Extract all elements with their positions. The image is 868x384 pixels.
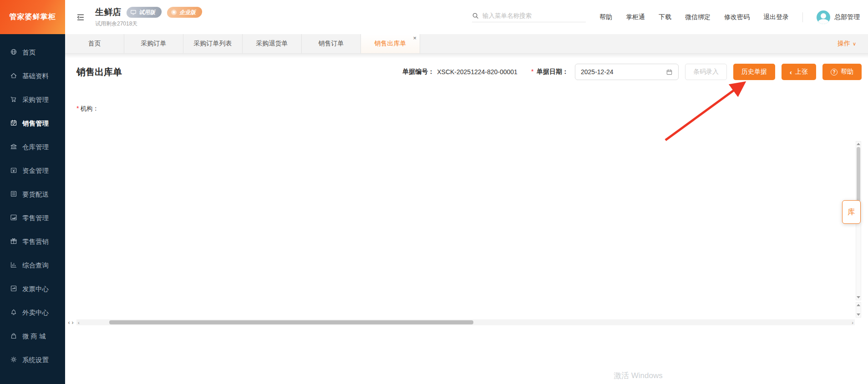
sidebar-item-funds[interactable]: 资金管理 (0, 159, 65, 182)
collapse-menu-icon[interactable] (76, 13, 85, 22)
field-label: *机构： (76, 105, 99, 113)
os-activation-watermark: 激活 Windows (614, 370, 663, 381)
sidebar-item-label: 要货配送 (22, 190, 49, 199)
bank-icon (10, 143, 17, 152)
scrollbar-track[interactable]: ‹ › (76, 319, 855, 325)
search-input[interactable] (482, 12, 574, 19)
sidebar-item-label: 基础资料 (22, 72, 49, 81)
divider (802, 12, 803, 22)
barcode-entry-button[interactable]: 条码录入 (685, 64, 727, 80)
tab-label: 销售出库单 (375, 40, 406, 48)
tab-label: 采购订单列表 (194, 40, 232, 48)
sidebar-item-takeout[interactable]: 外卖中心 (0, 301, 65, 324)
scroll-left-icon[interactable]: ‹ (68, 320, 70, 325)
tab-home[interactable]: 首页 (65, 34, 124, 53)
question-circle-icon: ? (831, 69, 838, 76)
sidebar-item-label: 零售营销 (22, 237, 49, 246)
invoice-icon (10, 285, 17, 293)
monitor-icon (130, 9, 137, 15)
user-avatar[interactable] (817, 10, 830, 24)
calendar-icon[interactable] (666, 69, 673, 76)
sidebar-item-label: 首页 (22, 48, 36, 57)
scroll-down-icon[interactable] (857, 296, 860, 298)
chevron-down-icon: ∨ (853, 41, 856, 47)
tab-purchase-order-list[interactable]: 采购订单列表 (183, 34, 243, 53)
scroll-up-icon[interactable] (857, 304, 860, 306)
zhanggui-tong-link[interactable]: 掌柜通 (626, 13, 645, 21)
total-row-scrollbar[interactable] (856, 302, 861, 318)
sidebar-item-retail-mgmt[interactable]: 零售管理 (0, 206, 65, 230)
gift-icon (10, 237, 17, 246)
home-icon (10, 72, 17, 81)
sidebar-item-label: 微 商 城 (22, 332, 46, 341)
badges: 试用版企业版 (127, 7, 202, 18)
operations-dropdown[interactable]: 操作 ∨ (838, 34, 868, 53)
help-link[interactable]: 帮助 (599, 13, 612, 21)
scrollbar-thumb[interactable] (857, 147, 860, 202)
tab-label: 采购退货单 (256, 40, 288, 48)
sidebar-item-basic-data[interactable]: 基础资料 (0, 64, 65, 88)
badge-label: 企业版 (179, 9, 196, 16)
store-block: 生鲜店 试用版企业版 试用剩余27018天 (95, 6, 202, 28)
sidebar-item-label: 资金管理 (22, 167, 49, 175)
doc-no-label: 单据编号： (402, 68, 434, 76)
scroll-right-icon[interactable]: › (72, 320, 74, 325)
inventory-side-tab-label: 库 (848, 207, 855, 217)
tab-sales-order[interactable]: 销售订单 (302, 34, 361, 53)
sidebar-item-query[interactable]: 综合查询 (0, 253, 65, 277)
sidebar-item-invoice[interactable]: 发票中心 (0, 277, 65, 301)
logout-link[interactable]: 退出登录 (763, 13, 789, 21)
scroll-left-icon[interactable]: ‹ (78, 320, 80, 325)
topbar: 生鲜店 试用版企业版 试用剩余27018天 帮助掌柜通下载微信绑定修改密码退出登… (65, 0, 868, 34)
close-tab-icon[interactable]: × (413, 35, 416, 41)
sidebar-item-label: 系统设置 (22, 356, 49, 364)
scrollbar-thumb[interactable] (109, 320, 473, 324)
sidebar-item-sales[interactable]: 销售管理 (0, 111, 65, 135)
sidebar-item-home[interactable]: 首页 (0, 40, 65, 64)
gear-icon (10, 356, 17, 364)
grid-horizontal-scrollbar[interactable]: ‹ › ‹ › (65, 319, 855, 325)
doc-date-input[interactable]: 2025-12-24 (575, 64, 679, 80)
user-menu[interactable]: 总部管理 (817, 10, 860, 24)
inventory-side-tab[interactable]: 库 (842, 200, 861, 224)
tabbar: 首页采购订单采购订单列表采购退货单销售订单销售出库单× 操作 ∨ (65, 34, 868, 54)
sidebar-item-purchase[interactable]: 采购管理 (0, 88, 65, 111)
list-icon (10, 190, 17, 199)
change-password-link[interactable]: 修改密码 (724, 13, 750, 21)
sidebar-item-label: 外卖中心 (22, 308, 49, 317)
org-field: *机构： (76, 105, 99, 113)
scroll-right-icon[interactable]: › (852, 320, 853, 325)
scroll-up-icon[interactable] (857, 143, 860, 145)
bar-chart-icon (10, 261, 17, 270)
sidebar-nav: 首页基础资料采购管理销售管理仓库管理资金管理要货配送零售管理零售营销综合查询发票… (0, 34, 65, 372)
help-button[interactable]: ? 帮助 (822, 64, 862, 80)
download-link[interactable]: 下载 (659, 13, 671, 21)
tab-purchase-return[interactable]: 采购退货单 (243, 34, 302, 53)
required-asterisk: * (531, 68, 533, 75)
sidebar-item-retail-marketing[interactable]: 零售营销 (0, 230, 65, 253)
doc-date-value: 2025-12-24 (581, 68, 614, 76)
tab-label: 销售订单 (319, 40, 344, 48)
sidebar-item-wechat-mall[interactable]: 微 商 城 (0, 324, 65, 348)
trial-badge: 试用版 (126, 7, 162, 18)
area-chart-icon (10, 214, 17, 222)
sidebar-item-goods-delivery[interactable]: 要货配送 (0, 182, 65, 206)
doc-no-value: XSCK-20251224-820-00001 (437, 68, 518, 76)
logo-text: 管家婆鲜掌柜 (10, 12, 56, 22)
required-asterisk: * (76, 105, 79, 112)
wechat-bind-link[interactable]: 微信绑定 (685, 13, 711, 21)
scroll-down-icon[interactable] (857, 313, 860, 316)
help-label: 帮助 (841, 68, 853, 76)
search-icon (472, 12, 479, 19)
sidebar-item-warehouse[interactable]: 仓库管理 (0, 135, 65, 159)
sidebar-item-label: 综合查询 (22, 261, 49, 270)
history-orders-button[interactable]: 历史单据 (733, 64, 775, 80)
previous-order-button[interactable]: ‹ 上张 (782, 64, 816, 80)
trial-remaining-text: 试用剩余27018天 (95, 20, 202, 28)
tab-label: 采购订单 (141, 40, 167, 48)
tab-purchase-order[interactable]: 采购订单 (124, 34, 183, 53)
sidebar-item-label: 仓库管理 (22, 143, 49, 152)
tab-sales-outbound[interactable]: 销售出库单× (361, 34, 420, 53)
sidebar-item-settings[interactable]: 系统设置 (0, 348, 65, 372)
user-name: 总部管理 (834, 13, 860, 21)
